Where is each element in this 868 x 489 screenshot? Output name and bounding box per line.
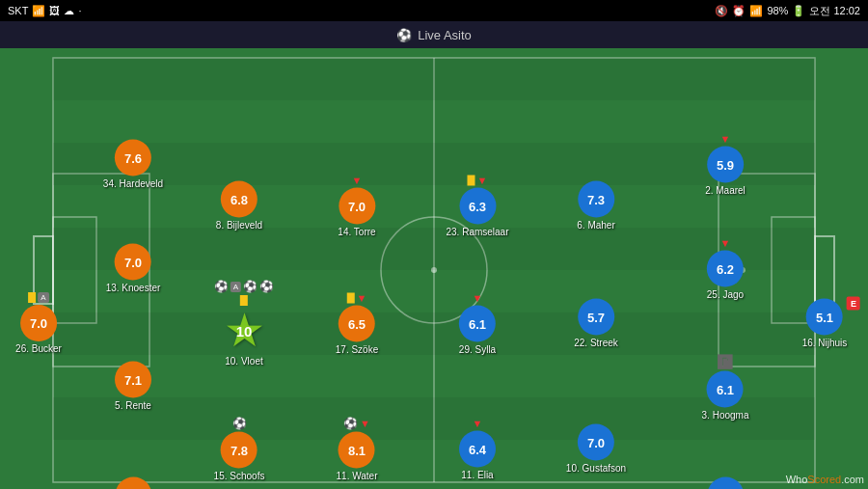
player-maher: 7.36. Maher <box>577 181 614 231</box>
player-score-circle: 6.1 <box>459 306 496 342</box>
player-score-circle: 6.5 <box>339 306 375 342</box>
player-score-circle: 7.0 <box>20 305 57 341</box>
player-name-label: 17. Szöke <box>336 344 378 355</box>
player-rente: 7.15. Rente <box>115 362 151 411</box>
svg-rect-0 <box>53 58 815 482</box>
ball-icon3: ⚽ <box>259 280 274 293</box>
player-name-label: 11. Water <box>337 471 378 481</box>
player-szoke: ▼6.517. Szöke <box>336 292 378 355</box>
image-icon: 🖼 <box>49 5 60 16</box>
player-name-label: 25. Jago <box>707 289 744 300</box>
svg-rect-12 <box>53 58 815 100</box>
badge-a-icon: A <box>38 292 48 303</box>
ball-icon2: ⚽ <box>243 280 258 293</box>
player-score-circle: 8.1 <box>339 432 375 469</box>
player-warmerdam: 5.621. Warmerdam <box>691 477 759 490</box>
watermark-scored: Scored <box>807 474 841 485</box>
player-name-label: 29. Sylla <box>459 344 496 355</box>
player-gustafson: 7.010. Gustafson <box>566 424 626 474</box>
player-score-circle: 7.3 <box>578 181 614 218</box>
player-score-circle: 6.2 <box>707 251 744 287</box>
player-score: 10 <box>236 323 253 340</box>
player-jago: ▼6.225. Jago <box>707 237 744 300</box>
signal-icon: 📶 <box>749 5 763 17</box>
yellow-card-icon <box>347 292 355 303</box>
player-streek: 5.722. Streek <box>574 299 618 348</box>
player-name-label: 10. Gustafson <box>566 463 626 474</box>
football-field: 7.634. Hardeveld6.88. Bijleveld▼7.014. T… <box>0 48 868 489</box>
player-name-label: 5. Rente <box>115 400 151 411</box>
player-score-circle: 6.4 <box>459 431 496 468</box>
watermark: WhoScored.com <box>786 474 864 485</box>
svg-point-3 <box>431 267 437 273</box>
player-name-label: 13. Knoester <box>106 283 161 293</box>
app-logo: ⚽ <box>396 28 412 42</box>
player-name-label: 10. Vloet <box>225 356 262 367</box>
player-score-circle: 6.3 <box>459 188 496 225</box>
watermark-who: Who <box>786 474 808 485</box>
wifi-icon: 📶 <box>32 5 45 17</box>
player-score-circle: 7.0 <box>339 188 375 225</box>
player-score-circle: 6.1 <box>707 371 744 408</box>
ball-icon: ⚽ <box>343 417 358 430</box>
svg-rect-15 <box>53 312 815 355</box>
cloud-icon: ☁ <box>64 5 74 17</box>
status-bar: SKT 📶 🖼 ☁ · 🔇 ⏰ 📶 98% 🔋 오전 12:02 <box>0 0 868 21</box>
dot-icon: · <box>78 5 81 16</box>
player-name-label: 22. Streek <box>574 338 618 348</box>
indicators-row: ▼ <box>347 292 367 304</box>
player-score-circle: 7.1 <box>115 362 151 398</box>
player-name-label: 34. Hardeveld <box>103 178 163 189</box>
player-elia: ▼6.411. Elia <box>459 418 496 480</box>
indicators-row: ▼ <box>468 175 488 186</box>
player-maarel: ▼5.92. Maarel <box>705 133 746 196</box>
badge-a-icon: A <box>231 282 241 292</box>
svg-rect-13 <box>53 143 815 185</box>
player-name-label: 11. Elia <box>461 470 493 480</box>
arrow-icon: ▼ <box>360 418 370 429</box>
player-score-circle: 7.0 <box>115 244 151 281</box>
svg-rect-9 <box>815 236 834 304</box>
player-ramselaar: ▼6.323. Ramselaar <box>446 175 508 237</box>
yellow-card-icon <box>28 292 36 303</box>
player-name-label: 8. Bijleveld <box>216 220 262 231</box>
player-score-circle: 5.9 <box>707 147 744 183</box>
mute-icon: 🔇 <box>715 5 728 17</box>
player-name-label: 16. Nijhuis <box>802 338 848 348</box>
time-label: 오전 12:02 <box>809 4 860 18</box>
player-sylla: ▼6.129. Sylla <box>459 292 496 355</box>
player-name-label: 3. Hoogma <box>702 410 749 421</box>
player-name-label: 23. Ramselaar <box>446 227 508 237</box>
player-name-label: 6. Maher <box>577 220 614 231</box>
player-name-label: 2. Maarel <box>705 185 746 196</box>
player-knoester: 7.013. Knoester <box>106 244 161 293</box>
player-breukers: 6.42. Breukers <box>108 477 157 490</box>
player-score-circle: 6.4 <box>115 477 151 490</box>
arrow-icon: ▼ <box>473 292 483 304</box>
parking-badge-icon: 🅿 <box>718 354 732 370</box>
battery-label: 98% <box>767 5 788 16</box>
player-name-label: 15. Schoofs <box>214 471 265 481</box>
svg-rect-14 <box>53 228 815 270</box>
arrow-icon: ▼ <box>720 133 731 145</box>
player-icons-row: ⚽A⚽⚽ <box>214 280 274 293</box>
player-score-circle: 7.0 <box>578 424 614 461</box>
carrier-label: SKT <box>8 5 28 16</box>
player-schoofs: ⚽7.815. Schoofs <box>214 417 265 481</box>
player-bijleveld: 6.88. Bijleveld <box>216 181 262 231</box>
ball-row: ⚽▼ <box>343 417 370 430</box>
player-score-circle: 5.1E <box>806 299 843 336</box>
arrow-icon: ▼ <box>473 418 483 429</box>
yellow-card-icon <box>468 175 475 185</box>
alarm-icon: ⏰ <box>732 5 746 17</box>
ball-icon: ⚽ <box>232 417 247 430</box>
arrow-icon: ▼ <box>357 292 367 304</box>
player-score-circle: 6.8 <box>221 181 258 218</box>
player-hardeveld: 7.634. Hardeveld <box>103 140 163 189</box>
arrow-icon: ▼ <box>352 175 363 186</box>
player-score-circle: 7.8 <box>221 432 258 469</box>
arrow-icon: ▼ <box>720 237 731 249</box>
ball-icon: ⚽ <box>214 280 229 293</box>
player-vloet: ⚽A⚽⚽★1010. Vloet <box>214 280 274 367</box>
player-hoogma: 6.1🅿3. Hoogma <box>702 371 749 421</box>
